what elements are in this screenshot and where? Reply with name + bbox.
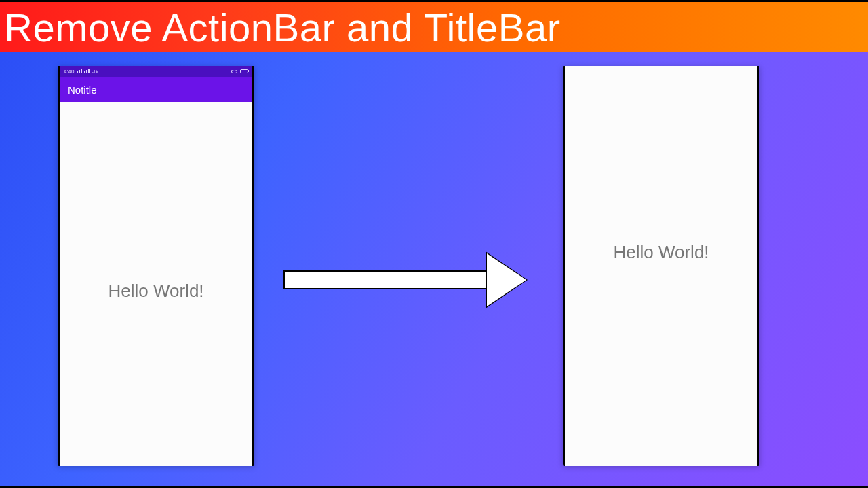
signal-icon: [84, 69, 90, 73]
statusbar-right: [231, 69, 248, 73]
android-action-bar: Notitle: [60, 77, 252, 102]
header-band: Remove ActionBar and TitleBar: [0, 2, 868, 52]
hello-text-after: Hello World!: [613, 242, 709, 263]
app-body-before: Hello World!: [60, 102, 252, 466]
phone-after: Hello World!: [563, 66, 760, 466]
comparison-stage: 4:40 LTE Notitle: [0, 52, 868, 486]
transition-arrow: [283, 249, 534, 310]
signal-icon: [77, 69, 82, 73]
arrow-right-icon: [486, 251, 528, 308]
hello-text-before: Hello World!: [108, 281, 203, 302]
eye-icon: [231, 70, 237, 73]
arrow-shaft: [283, 270, 487, 289]
battery-icon: [240, 69, 248, 73]
statusbar-left: 4:40 LTE: [64, 68, 231, 75]
app-body-after: Hello World!: [565, 66, 757, 466]
thumbnail-canvas: Remove ActionBar and TitleBar 4:40 LTE: [0, 0, 868, 488]
android-status-bar: 4:40 LTE: [60, 66, 252, 77]
statusbar-network: LTE: [92, 69, 99, 73]
statusbar-time: 4:40: [64, 68, 75, 75]
content-area: Remove ActionBar and TitleBar 4:40 LTE: [0, 2, 868, 486]
actionbar-title: Notitle: [68, 84, 97, 96]
page-title: Remove ActionBar and TitleBar: [4, 5, 560, 50]
phone-before-screen: 4:40 LTE Notitle: [60, 66, 252, 466]
phone-before: 4:40 LTE Notitle: [58, 66, 254, 466]
phone-after-screen: Hello World!: [565, 66, 757, 466]
